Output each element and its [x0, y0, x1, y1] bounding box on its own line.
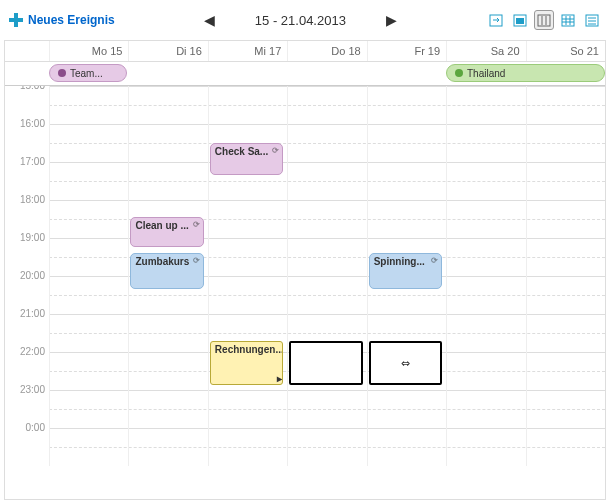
time-label: 19:00	[5, 232, 49, 270]
event-clean_up[interactable]: Clean up ...⟳	[130, 217, 203, 247]
move-cursor-icon: ⇔	[401, 357, 410, 370]
allday-event-label: Team...	[70, 68, 103, 79]
event-label: Rechnungen...	[215, 344, 283, 355]
view-list-button[interactable]	[582, 10, 602, 30]
new-event-button[interactable]: Neues Ereignis	[8, 12, 115, 28]
time-label: 15:00	[5, 86, 49, 118]
day-col-mo[interactable]	[49, 86, 128, 466]
day-col-so[interactable]	[526, 86, 605, 466]
calendar-month-icon	[561, 13, 575, 27]
repeat-icon: ⟳	[193, 256, 200, 265]
time-label: 0:00	[5, 422, 49, 460]
date-range: 15 - 21.04.2013	[255, 13, 346, 28]
day-col-di[interactable]: Clean up ...⟳Zumbakurs⟳	[128, 86, 207, 466]
calendar-list-icon	[585, 13, 599, 27]
view-goto-button[interactable]	[486, 10, 506, 30]
day-header-row: Mo 15 Di 16 Mi 17 Do 18 Fr 19 Sa 20 So 2…	[5, 41, 605, 62]
day-header[interactable]: So 21	[526, 41, 605, 61]
calendar-goto-icon	[489, 13, 503, 27]
day-col-fr[interactable]: Spinning...⟳⇔	[367, 86, 446, 466]
calendar-day-icon	[513, 13, 527, 27]
day-header[interactable]: Mi 17	[208, 41, 287, 61]
time-grid-scroll[interactable]: 15:0016:0017:0018:0019:0020:0021:0022:00…	[5, 86, 605, 499]
day-header[interactable]: Di 16	[128, 41, 207, 61]
event-rechnungen[interactable]: Rechnungen...▸	[210, 341, 283, 385]
svg-rect-8	[562, 15, 574, 26]
event-check_saldo[interactable]: Check Sa...⟳	[210, 143, 283, 175]
repeat-icon: ⟳	[431, 256, 438, 265]
day-header[interactable]: Do 18	[287, 41, 366, 61]
day-col-sa[interactable]	[446, 86, 525, 466]
day-header[interactable]: Fr 19	[367, 41, 446, 61]
view-month-button[interactable]	[558, 10, 578, 30]
svg-rect-5	[538, 15, 550, 26]
event-dot	[455, 69, 463, 77]
day-header[interactable]: Sa 20	[446, 41, 525, 61]
view-day-button[interactable]	[510, 10, 530, 30]
time-label: 20:00	[5, 270, 49, 308]
event-zumba[interactable]: Zumbakurs⟳	[130, 253, 203, 289]
svg-rect-4	[516, 18, 524, 24]
time-label: 23:00	[5, 384, 49, 422]
calendar-week-view: Mo 15 Di 16 Mi 17 Do 18 Fr 19 Sa 20 So 2…	[4, 40, 606, 500]
drag-ghost-active[interactable]: ⇔	[369, 341, 442, 385]
view-week-button[interactable]	[534, 10, 554, 30]
svg-rect-1	[9, 18, 23, 22]
day-header[interactable]: Mo 15	[49, 41, 128, 61]
event-spinning[interactable]: Spinning...⟳	[369, 253, 442, 289]
event-label: Clean up ...	[135, 220, 188, 231]
event-label: Zumbakurs	[135, 256, 189, 267]
repeat-icon: ⟳	[193, 220, 200, 229]
allday-row: Team... Thailand	[5, 62, 605, 86]
event-label: Spinning...	[374, 256, 425, 267]
repeat-icon: ⟳	[272, 146, 279, 155]
event-label: Check Sa...	[215, 146, 268, 157]
drag-ghost[interactable]	[289, 341, 362, 385]
allday-event-team[interactable]: Team...	[49, 64, 127, 82]
time-label: 17:00	[5, 156, 49, 194]
time-label: 21:00	[5, 308, 49, 346]
time-label: 18:00	[5, 194, 49, 232]
time-label: 22:00	[5, 346, 49, 384]
day-col-do[interactable]	[287, 86, 366, 466]
calendar-week-icon	[537, 13, 551, 27]
allday-event-label: Thailand	[467, 68, 505, 79]
time-label: 16:00	[5, 118, 49, 156]
plus-icon	[8, 12, 24, 28]
resize-handle-icon[interactable]: ▸	[277, 373, 282, 384]
new-event-label: Neues Ereignis	[28, 13, 115, 27]
event-dot	[58, 69, 66, 77]
next-arrow[interactable]: ▶	[386, 12, 397, 28]
prev-arrow[interactable]: ◀	[204, 12, 215, 28]
day-col-mi[interactable]: Check Sa...⟳Rechnungen...▸	[208, 86, 287, 466]
allday-event-thailand[interactable]: Thailand	[446, 64, 605, 82]
